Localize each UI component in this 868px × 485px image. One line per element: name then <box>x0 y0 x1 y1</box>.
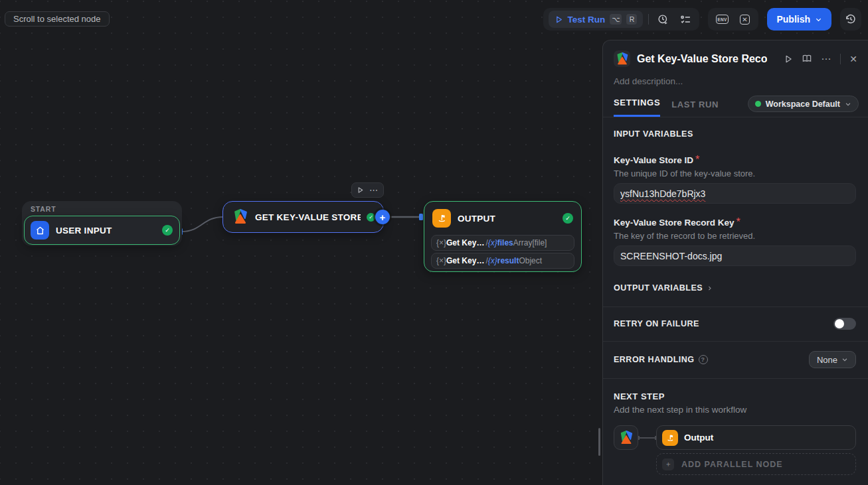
apify-icon <box>614 50 630 67</box>
braces-icon: {×} <box>436 238 446 247</box>
error-handling-select[interactable]: None <box>809 351 856 368</box>
output-variable-row[interactable]: {×}Get Key… /{x}result Object <box>431 253 574 269</box>
description-placeholder[interactable]: Add description... <box>603 74 868 86</box>
variable-x-icon: ✕ <box>740 15 750 25</box>
toggle-knob <box>835 319 844 328</box>
input-variables-heading: INPUT VARIABLES <box>614 129 856 139</box>
user-input-node-title: USER INPUT <box>56 226 155 236</box>
apify-icon <box>614 425 638 450</box>
clock-play-icon <box>657 14 669 25</box>
source-node-name: Get Key… <box>446 238 484 247</box>
node-more-icon[interactable]: ⋯ <box>369 185 379 195</box>
r-key-badge: R <box>626 14 637 25</box>
add-parallel-node-label: ADD PARALLEL NODE <box>681 460 783 469</box>
success-check-icon: ✓ <box>563 213 573 224</box>
variable-type: Object <box>519 256 542 265</box>
node-settings-panel: Get Key-Value Store Record ⋯ ✕ Add descr… <box>602 40 868 485</box>
add-next-node-button[interactable]: + <box>375 210 390 224</box>
source-node-name: Get Key… <box>446 256 484 265</box>
docs-book-icon[interactable] <box>802 54 812 64</box>
variables-button[interactable]: ✕ <box>736 11 753 28</box>
scroll-to-selected-node-button[interactable]: Scroll to selected node <box>5 11 110 27</box>
task-list-icon <box>680 14 691 25</box>
variable-icon: {x} <box>488 238 497 247</box>
panel-actions: ⋯ ✕ <box>784 53 857 65</box>
node-play-icon[interactable] <box>357 186 364 194</box>
output-variables-heading: OUTPUT VARIABLES <box>614 283 703 293</box>
output-node-header: OUTPUT ✓ <box>431 208 574 233</box>
next-step-description: Add the next step in this workflow <box>614 405 856 415</box>
variable-name: result <box>497 256 519 265</box>
kv-record-key-input[interactable]: SCREENSHOT-docs.jpg <box>614 245 856 266</box>
field-label: Key-Value Store ID <box>614 155 693 165</box>
run-controls-group: Test Run ⌥ R <box>543 8 700 31</box>
option-key-badge: ⌥ <box>610 14 622 25</box>
target-handle[interactable] <box>419 214 423 220</box>
required-asterisk: * <box>737 216 740 228</box>
variable-icon: {x} <box>488 256 497 265</box>
scheduled-run-button[interactable] <box>654 11 671 28</box>
retry-toggle[interactable] <box>833 318 856 330</box>
tab-last-run[interactable]: LAST RUN <box>671 100 719 117</box>
chevron-down-icon <box>841 356 848 363</box>
field-kv-store-id: Key-Value Store ID* The unique ID of the… <box>614 154 856 204</box>
add-parallel-node-button[interactable]: ＋ ADD PARALLEL NODE <box>656 453 856 475</box>
field-label: Key-Value Store Record Key <box>614 218 735 228</box>
retry-on-failure-row: RETRY ON FAILURE <box>614 318 856 330</box>
field-description: The key of the record to be retrieved. <box>614 231 856 241</box>
next-step-output-label: Output <box>684 433 713 443</box>
more-options-icon[interactable]: ⋯ <box>821 53 831 65</box>
output-flag-icon <box>432 209 451 228</box>
apify-icon <box>231 208 249 226</box>
test-run-button[interactable]: Test Run ⌥ R <box>549 11 644 28</box>
user-input-node[interactable]: USER INPUT ✓ <box>24 216 180 245</box>
chevron-down-icon <box>815 16 822 23</box>
chevron-right-icon <box>707 285 713 291</box>
publish-button[interactable]: Publish <box>767 8 831 31</box>
required-asterisk: * <box>695 154 699 165</box>
kv-node-title: GET KEY-VALUE STORE RECORD <box>255 212 361 222</box>
panel-title: Get Key-Value Store Record <box>637 53 767 65</box>
publish-label: Publish <box>776 14 810 25</box>
header-divider <box>840 54 841 64</box>
output-node-title: OUTPUT <box>458 214 556 224</box>
error-handling-row: ERROR HANDLING? None <box>614 351 856 368</box>
panel-header: Get Key-Value Store Record ⋯ ✕ <box>603 40 868 74</box>
braces-icon: {×} <box>436 256 446 265</box>
retry-heading: RETRY ON FAILURE <box>614 319 699 328</box>
next-step-output-node[interactable]: Output <box>656 425 856 450</box>
panel-body: INPUT VARIABLES Key-Value Store ID* The … <box>603 129 868 475</box>
history-icon <box>845 13 857 25</box>
output-flag-icon <box>662 430 678 446</box>
variable-name: files <box>497 238 513 247</box>
next-step-row: Output <box>614 425 856 450</box>
field-kv-record-key: Key-Value Store Record Key* The key of t… <box>614 216 856 266</box>
panel-scrollbar[interactable] <box>598 428 600 456</box>
panel-tabs: SETTINGS LAST RUN Workspace Default <box>603 86 868 117</box>
plus-icon: ＋ <box>662 458 674 470</box>
chevron-down-icon <box>845 101 851 107</box>
run-node-icon[interactable] <box>784 54 793 64</box>
edge-userinput-to-kv <box>181 217 223 232</box>
tab-settings[interactable]: SETTINGS <box>614 98 660 117</box>
workspace-selector[interactable]: Workspace Default <box>748 96 859 112</box>
workspace-selector-label: Workspace Default <box>766 100 840 109</box>
success-check-icon: ✓ <box>367 213 375 222</box>
error-handling-value: None <box>817 355 837 365</box>
output-variables-toggle[interactable]: OUTPUT VARIABLES <box>614 283 856 293</box>
env-icon: ENV <box>716 15 729 24</box>
kv-store-id-input[interactable]: ysfNu13hDde7bRjx3 <box>614 183 856 204</box>
output-node[interactable]: OUTPUT ✓ {×}Get Key… /{x}files Array[fil… <box>424 201 582 272</box>
variable-type: Array[file] <box>513 238 547 247</box>
output-variable-row[interactable]: {×}Get Key… /{x}files Array[file] <box>431 235 574 251</box>
get-key-value-store-record-node[interactable]: GET KEY-VALUE STORE RECORD ✓ <box>222 201 384 233</box>
start-group-label: START <box>22 201 182 213</box>
run-queue-button[interactable] <box>677 11 694 28</box>
help-icon: ? <box>699 355 708 364</box>
play-icon <box>555 15 563 24</box>
workspace-tools-group: ENV ✕ <box>708 8 758 31</box>
environment-button[interactable]: ENV <box>713 11 731 28</box>
next-step-heading: NEXT STEP <box>614 391 856 401</box>
close-panel-icon[interactable]: ✕ <box>849 54 857 64</box>
version-history-button[interactable] <box>840 8 861 31</box>
